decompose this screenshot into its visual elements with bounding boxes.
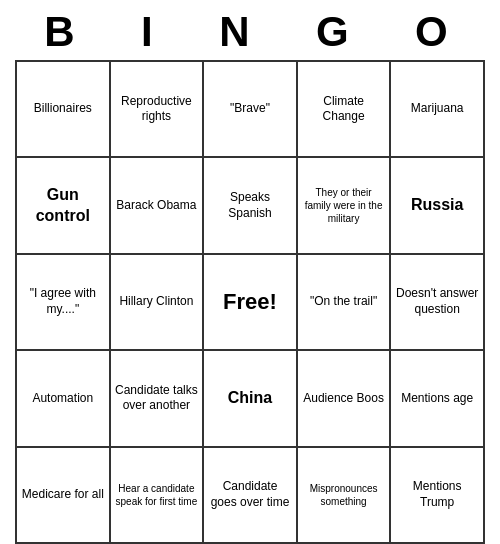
bingo-cell-11[interactable]: Hillary Clinton <box>111 255 205 351</box>
bingo-cell-18[interactable]: Audience Boos <box>298 351 392 447</box>
bingo-cell-13[interactable]: "On the trail" <box>298 255 392 351</box>
bingo-cell-14[interactable]: Doesn't answer question <box>391 255 485 351</box>
bingo-cell-16[interactable]: Candidate talks over another <box>111 351 205 447</box>
bingo-cell-1[interactable]: Reproductive rights <box>111 62 205 158</box>
letter-o: O <box>415 8 456 56</box>
bingo-cell-12[interactable]: Free! <box>204 255 298 351</box>
bingo-cell-9[interactable]: Russia <box>391 158 485 254</box>
bingo-cell-3[interactable]: Climate Change <box>298 62 392 158</box>
bingo-cell-4[interactable]: Marijuana <box>391 62 485 158</box>
bingo-cell-21[interactable]: Hear a candidate speak for first time <box>111 448 205 544</box>
bingo-grid: BillionairesReproductive rights"Brave"Cl… <box>15 60 485 544</box>
letter-g: G <box>316 8 357 56</box>
bingo-cell-22[interactable]: Candidate goes over time <box>204 448 298 544</box>
bingo-title: B I N G O <box>15 0 485 60</box>
bingo-cell-2[interactable]: "Brave" <box>204 62 298 158</box>
bingo-cell-8[interactable]: They or their family were in the militar… <box>298 158 392 254</box>
bingo-cell-23[interactable]: Mispronounces something <box>298 448 392 544</box>
letter-i: I <box>141 8 161 56</box>
bingo-cell-0[interactable]: Billionaires <box>17 62 111 158</box>
bingo-cell-17[interactable]: China <box>204 351 298 447</box>
bingo-cell-20[interactable]: Medicare for all <box>17 448 111 544</box>
bingo-cell-24[interactable]: Mentions Trump <box>391 448 485 544</box>
bingo-cell-10[interactable]: "I agree with my...." <box>17 255 111 351</box>
letter-n: N <box>219 8 257 56</box>
bingo-cell-19[interactable]: Mentions age <box>391 351 485 447</box>
bingo-cell-5[interactable]: Gun control <box>17 158 111 254</box>
bingo-cell-6[interactable]: Barack Obama <box>111 158 205 254</box>
bingo-cell-7[interactable]: Speaks Spanish <box>204 158 298 254</box>
bingo-cell-15[interactable]: Automation <box>17 351 111 447</box>
letter-b: B <box>44 8 82 56</box>
